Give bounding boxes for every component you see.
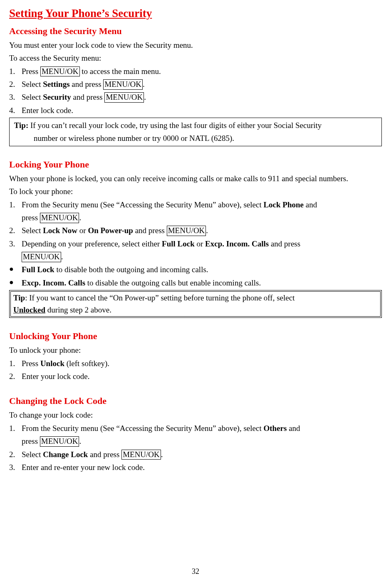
bold-text: Unlocked [13,305,45,314]
key-menu-ok: MENU/OK [167,226,206,236]
section-heading-locking: Locking Your Phone [9,157,382,172]
body-text: . [79,437,81,445]
body-text: Select [22,450,43,459]
body-text: To lock your phone: [9,185,382,198]
body-text: press [22,213,40,222]
list-number: 3. [9,461,22,474]
bold-text: Others [263,424,287,433]
body-text: To access the Security menu: [9,52,382,64]
key-menu-ok: MENU/OK [103,79,143,90]
body-text: to disable both the outgoing and incomin… [54,265,208,274]
list-item: 1. Press Unlock (left softkey). [9,357,382,370]
section-heading-accessing: Accessing the Security Menu [9,24,382,39]
list-item: 1. Press MENU/OK to access the main menu… [9,65,382,78]
tip-callout: Tip: If you want to cancel the “On Power… [9,290,382,318]
key-menu-ok: MENU/OK [121,450,161,460]
body-text: Depending on your preference, select eit… [22,239,162,248]
body-text: press [22,437,40,445]
bold-text: Lock Now [43,226,77,235]
key-menu-ok: MENU/OK [40,436,79,447]
body-text: Select [22,93,43,101]
tip-label: Tip [13,293,25,302]
page-title: Setting Your Phone’s Security [9,4,382,23]
section-heading-changing-lock: Changing the Lock Code [9,394,382,408]
body-text: and press [269,239,300,248]
body-text: From the Security menu (See “Accessing t… [22,424,263,433]
body-text: Press [22,359,40,368]
bold-text: On Power-up [88,226,133,235]
key-menu-ok: MENU/OK [22,252,61,262]
bold-text: Unlock [40,359,64,368]
body-text: during step 2 above. [45,305,111,314]
list-number: 1. [9,422,22,448]
list-number: 2. [9,370,22,383]
key-menu-ok: MENU/OK [104,92,144,103]
bullet-icon: ● [9,263,22,276]
list-number: 1. [9,65,22,78]
list-item: 2. Enter your lock code. [9,370,382,383]
body-text: or [77,226,88,235]
key-menu-ok: MENU/OK [40,213,79,223]
list-item: 3. Depending on your preference, select … [9,237,382,263]
bold-text: Lock Phone [263,200,304,209]
list-item: 1. From the Security menu (See “Accessin… [9,422,382,448]
list-item: 4. Enter lock code. [9,104,382,117]
list-number: 1. [9,357,22,370]
list-number: 2. [9,224,22,237]
list-item: ● Full Lock to disable both the outgoing… [9,263,382,276]
section-heading-unlocking: Unlocking Your Phone [9,329,382,344]
body-text: Select [22,226,43,235]
list-number: 3. [9,237,22,263]
body-text: and [304,200,317,209]
list-number: 3. [9,91,22,103]
list-item: 3. Select Security and press MENU/OK. [9,91,382,103]
body-text: You must enter your lock code to view th… [9,39,382,52]
bold-text: Excp. Incom. Calls [205,239,269,248]
body-text: and press [70,80,104,89]
body-text: To change your lock code: [9,408,382,421]
body-text: Enter lock code. [22,104,382,117]
body-text: to access the main menu. [80,67,161,76]
body-text: If you can’t recall your lock code, try … [28,121,322,130]
list-number: 2. [9,78,22,91]
body-text: number or wireless phone number or try 0… [34,134,234,143]
list-number: 1. [9,198,22,224]
body-text: and press [88,450,121,459]
list-item: 3. Enter and re-enter your new lock code… [9,461,382,474]
body-text: When your phone is locked, you can only … [9,172,382,185]
body-text: and [287,424,300,433]
body-text: Enter your lock code. [22,370,382,383]
body-text: Enter and re-enter your new lock code. [22,461,382,474]
body-text: : If you want to cancel the “On Power-up… [25,293,294,302]
body-text: From the Security menu (See “Accessing t… [22,200,263,209]
bullet-icon: ● [9,276,22,289]
list-number: 2. [9,448,22,461]
list-item: 1. From the Security menu (See “Accessin… [9,198,382,224]
bold-text: Full Lock [22,265,54,274]
body-text: Press [22,67,40,76]
body-text: Select [22,80,43,89]
body-text: . [206,226,208,235]
body-text: To unlock your phone: [9,344,382,357]
body-text: (left softkey). [64,359,109,368]
list-item: 2. Select Change Lock and press MENU/OK. [9,448,382,461]
list-item: 2. Select Settings and press MENU/OK. [9,78,382,91]
bold-text: Excp. Incom. Calls [22,278,85,287]
key-menu-ok: MENU/OK [40,66,80,77]
body-text: . [79,213,81,222]
page-number: 32 [0,566,391,578]
body-text: and press [71,93,105,101]
bold-text: Security [43,93,71,101]
tip-label: Tip: [14,121,29,130]
list-item: 2. Select Lock Now or On Power-up and pr… [9,224,382,237]
bold-text: Full Lock [162,239,195,248]
list-item: ● Excp. Incom. Calls to disable the outg… [9,276,382,289]
bold-text: Change Lock [43,450,88,459]
body-text: . [61,252,63,261]
body-text: . [144,93,146,101]
bold-text: Settings [43,80,69,89]
body-text: or [195,239,205,248]
body-text: . [143,80,145,89]
body-text: to disable the outgoing calls but enable… [85,278,261,287]
body-text: . [161,450,163,459]
